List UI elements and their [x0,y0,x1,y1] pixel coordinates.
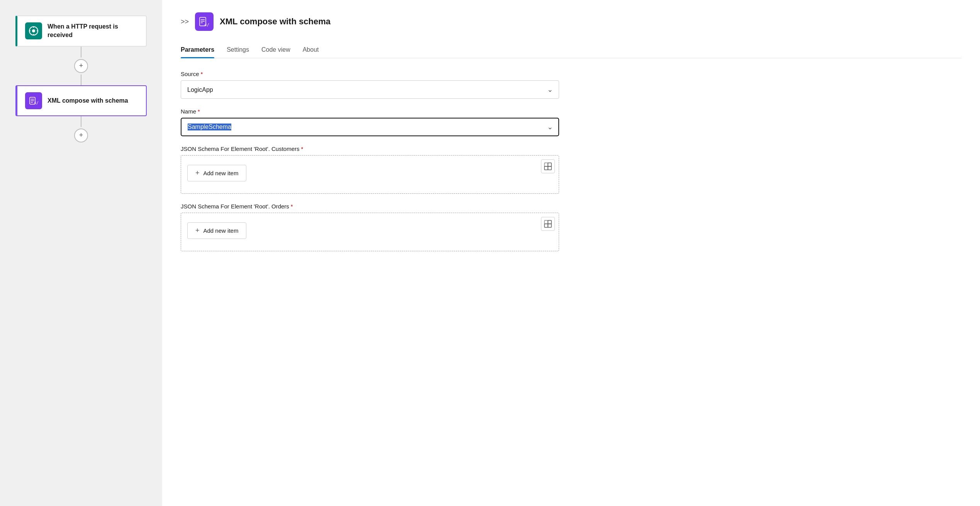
connector-line-1 [81,47,81,58]
svg-rect-23 [548,224,551,227]
orders-plus-icon: + [195,227,200,235]
name-chevron-icon: ⌄ [547,123,553,131]
name-input-wrapper: ⌄ [181,118,559,136]
svg-rect-20 [544,220,548,224]
name-field-group: Name * ⌄ [181,108,961,136]
json-schema-customers-container: + Add new item [181,155,559,194]
source-select-wrapper: LogicApp Azure Blob Storage ⌄ [181,80,559,99]
customers-toolbar-icon[interactable] [541,159,555,173]
http-trigger-icon [25,22,42,39]
connector-2: + [74,116,88,144]
svg-rect-18 [544,166,548,170]
xml-action-icon: </> [25,92,42,109]
add-step-button-2[interactable]: + [74,129,88,142]
json-schema-customers-section: JSON Schema For Element 'Root'. Customer… [181,146,961,194]
source-select[interactable]: LogicApp Azure Blob Storage [181,80,559,99]
add-step-button-1[interactable]: + [74,59,88,73]
source-label: Source * [181,71,961,77]
orders-add-item-button[interactable]: + Add new item [187,222,246,239]
svg-rect-17 [548,163,551,166]
customers-required-star: * [301,146,303,152]
orders-required-star: * [291,203,293,210]
svg-text:</>: </> [34,101,39,105]
customers-add-item-button[interactable]: + Add new item [187,165,246,181]
svg-rect-19 [548,166,551,170]
tab-code-view[interactable]: Code view [261,43,290,58]
tabs-bar: Parameters Settings Code view About [181,43,961,58]
panel-header: >> </> XML compose with schema [181,12,961,31]
connector-1: + [74,47,88,85]
svg-text:</>: </> [204,22,210,27]
svg-point-1 [32,29,35,32]
xml-compose-icon: </> [195,12,214,31]
name-required-star: * [198,108,200,115]
source-required-star: * [201,71,203,77]
workflow-canvas: When a HTTP request is received + </> XM… [0,0,162,506]
action-node[interactable]: </> XML compose with schema [15,85,147,116]
customers-plus-icon: + [195,169,200,177]
trigger-node[interactable]: When a HTTP request is received [15,15,147,47]
details-panel: >> </> XML compose with schema Parameter… [162,0,980,506]
tab-settings[interactable]: Settings [227,43,249,58]
source-field-group: Source * LogicApp Azure Blob Storage ⌄ [181,71,961,99]
breadcrumb-arrow: >> [181,18,189,26]
tab-parameters[interactable]: Parameters [181,43,214,58]
svg-rect-16 [544,163,548,166]
trigger-node-label: When a HTTP request is received [47,22,138,40]
svg-rect-22 [544,224,548,227]
name-input[interactable] [181,118,559,136]
orders-toolbar-icon[interactable] [541,217,555,231]
json-schema-orders-container: + Add new item [181,213,559,251]
connector-line-3 [81,116,81,127]
json-schema-orders-section: JSON Schema For Element 'Root'. Orders *… [181,203,961,251]
json-schema-orders-label: JSON Schema For Element 'Root'. Orders * [181,203,961,210]
connector-line-2 [81,74,81,85]
name-label: Name * [181,108,961,115]
svg-rect-21 [548,220,551,224]
action-node-label: XML compose with schema [47,96,128,105]
panel-title: XML compose with schema [220,17,331,27]
json-schema-customers-label: JSON Schema For Element 'Root'. Customer… [181,146,961,152]
tab-about[interactable]: About [303,43,319,58]
